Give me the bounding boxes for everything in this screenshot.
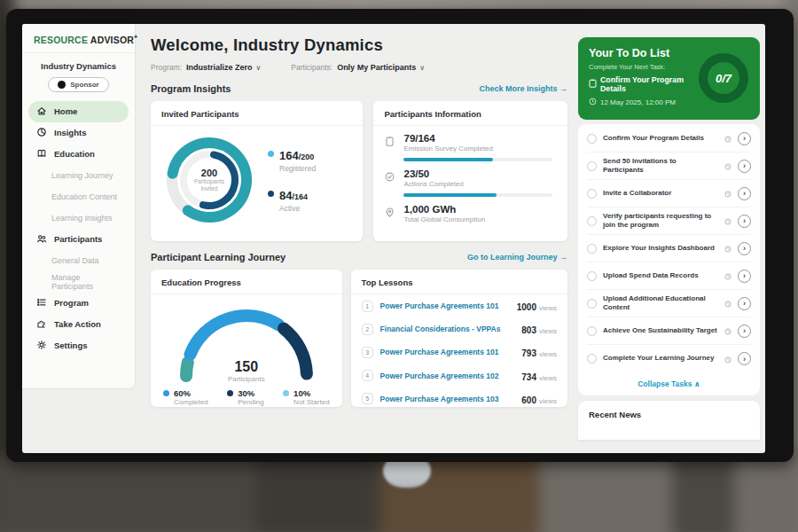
task-go-button[interactable]: ›: [738, 297, 751, 310]
chevron-right-icon: ›: [743, 216, 746, 225]
program-filter-value: Industrialize Zero: [186, 63, 253, 72]
sidebar-item-learning-journey[interactable]: Learning Journey: [28, 165, 129, 186]
consumption-row: 1,000 GWh Total Global Consumption: [373, 197, 567, 223]
lesson-link[interactable]: Financial Considerations - VPPAs: [380, 325, 515, 333]
task-checkbox[interactable]: [587, 354, 597, 364]
sponsor-icon: [58, 81, 66, 89]
task-go-button[interactable]: ›: [738, 132, 751, 145]
task-row-upload-spend-data[interactable]: Upload Spend Data Records ›: [587, 262, 751, 290]
clock-icon: [724, 130, 732, 146]
sidebar-item-label: Participants: [54, 234, 102, 244]
gauge-center-label: Participants: [162, 375, 331, 383]
chevron-down-icon: ∨: [255, 64, 261, 72]
actions-completed-row: 23/50 Actions Completed: [373, 161, 567, 188]
task-checkbox[interactable]: [587, 299, 597, 309]
task-go-button[interactable]: ›: [738, 215, 751, 228]
sidebar-item-settings[interactable]: Settings: [28, 335, 129, 356]
task-checkbox[interactable]: [587, 216, 597, 226]
go-to-learning-journey-link[interactable]: Go to Learning Journey →: [467, 253, 567, 262]
legend-label: Active: [279, 204, 308, 213]
sidebar-item-label: Education Content: [51, 192, 117, 201]
task-go-button[interactable]: ›: [738, 270, 751, 283]
sidebar-item-participants[interactable]: Participants: [28, 229, 129, 250]
task-label: Confirm Your Program Details: [603, 134, 718, 143]
sidebar-item-education-content[interactable]: Education Content: [28, 186, 129, 207]
views-count: 734: [521, 372, 536, 382]
link-label: Go to Learning Journey: [467, 253, 558, 262]
sidebar-item-insights[interactable]: Insights: [28, 122, 129, 144]
task-row-verify-participants[interactable]: Verify participants requesting to join t…: [587, 207, 751, 235]
sidebar-item-program[interactable]: Program: [28, 293, 129, 314]
sidebar-item-label: General Data: [51, 256, 99, 265]
task-label: Verify participants requesting to join t…: [603, 212, 718, 231]
link-label: Collapse Tasks: [638, 379, 692, 388]
card-title: Education Progress: [151, 270, 342, 294]
chevron-right-icon: ›: [743, 271, 746, 280]
sidebar-item-general-data[interactable]: General Data: [28, 250, 129, 271]
task-checkbox[interactable]: [587, 189, 597, 199]
views-unit: views: [539, 397, 557, 405]
task-row-confirm-program[interactable]: Confirm Your Program Details ›: [587, 125, 751, 153]
task-checkbox[interactable]: [587, 326, 597, 336]
chevron-down-icon: ∨: [419, 64, 425, 72]
todo-next-task: Confirm Your Program Details: [600, 75, 696, 93]
task-row-achieve-target[interactable]: Achieve One Sustainability Target ›: [587, 317, 751, 345]
program-filter[interactable]: Program:Industrialize Zero∨: [151, 63, 261, 72]
task-row-complete-learning-journey[interactable]: Complete Your Learning Journey ›: [587, 345, 751, 372]
lesson-link[interactable]: Power Purchase Agreements 101: [380, 348, 515, 356]
rank-badge: 3: [362, 347, 373, 358]
program-filter-label: Program:: [151, 63, 182, 72]
task-row-explore-insights[interactable]: Explore Your Insights Dashboard ›: [587, 235, 751, 262]
chevron-right-icon: ›: [743, 189, 746, 198]
todo-panel: Your To Do List Complete Your Next Task:…: [576, 24, 765, 453]
people-icon: [36, 233, 47, 246]
sidebar-item-label: Learning Insights: [51, 214, 113, 223]
check-more-insights-link[interactable]: Check More Insights →: [479, 84, 567, 93]
invited-participants-card: Invited Participants 200 Participants In…: [151, 101, 363, 241]
puzzle-icon: [36, 318, 47, 331]
task-checkbox[interactable]: [587, 134, 597, 144]
task-row-send-invitations[interactable]: Send 50 Invitations to Participants ›: [587, 153, 751, 180]
collapse-tasks-link[interactable]: Collapse Tasks ∧: [587, 372, 751, 392]
legend-pending: 30%Pending: [227, 388, 263, 406]
chevron-right-icon: ›: [743, 299, 746, 308]
sidebar-item-label: Take Action: [54, 319, 101, 329]
task-checkbox[interactable]: [587, 271, 597, 281]
views-count: 803: [521, 325, 536, 335]
chevron-right-icon: ›: [743, 326, 746, 335]
lesson-link[interactable]: Power Purchase Agreements 102: [380, 372, 515, 380]
clock-icon: [724, 268, 732, 284]
lesson-link[interactable]: Power Purchase Agreements 101: [380, 301, 510, 310]
task-row-upload-educational-content[interactable]: Upload Additional Educational Content ›: [587, 290, 751, 317]
education-gauge-chart: 150 Participants: [162, 298, 331, 383]
chevron-right-icon: ›: [743, 134, 746, 143]
donut-center-label: Participants Invited: [187, 178, 231, 193]
dashboard-screen: RESOURCE ADVISOR+ Industry Dynamics Spon…: [22, 24, 765, 453]
task-go-button[interactable]: ›: [738, 325, 751, 338]
task-row-invite-collaborator[interactable]: Invite a Collaborator ›: [587, 180, 751, 207]
sidebar: RESOURCE ADVISOR+ Industry Dynamics Spon…: [22, 24, 136, 389]
lesson-link[interactable]: Power Purchase Agreements 103: [380, 395, 515, 403]
task-checkbox[interactable]: [587, 161, 597, 171]
task-go-button[interactable]: ›: [738, 160, 751, 173]
sponsor-badge: Sponsor: [48, 77, 108, 92]
clock-icon: [724, 185, 732, 201]
task-go-button[interactable]: ›: [738, 242, 751, 255]
sidebar-item-label: Program: [54, 298, 89, 308]
home-icon: [36, 106, 47, 118]
legend-pct: 60%: [174, 388, 208, 398]
task-checkbox[interactable]: [587, 244, 597, 254]
participants-filter-value: Only My Participants: [337, 63, 416, 72]
participants-filter[interactable]: Participants:Only My Participants∨: [291, 63, 425, 72]
clock-icon: [724, 323, 732, 339]
lesson-row: 5 Power Purchase Agreements 103 600views: [351, 387, 567, 411]
card-title: Top Lessons: [351, 270, 567, 294]
task-go-button[interactable]: ›: [738, 187, 751, 200]
sidebar-item-manage-participants[interactable]: Manage Participants: [28, 271, 129, 293]
sidebar-item-take-action[interactable]: Take Action: [28, 314, 129, 335]
task-go-button[interactable]: ›: [738, 352, 751, 365]
sidebar-item-learning-insights[interactable]: Learning Insights: [28, 207, 129, 229]
sidebar-item-education[interactable]: Education: [28, 144, 129, 165]
sidebar-item-home[interactable]: Home: [28, 101, 129, 122]
survey-icon: [384, 135, 395, 151]
